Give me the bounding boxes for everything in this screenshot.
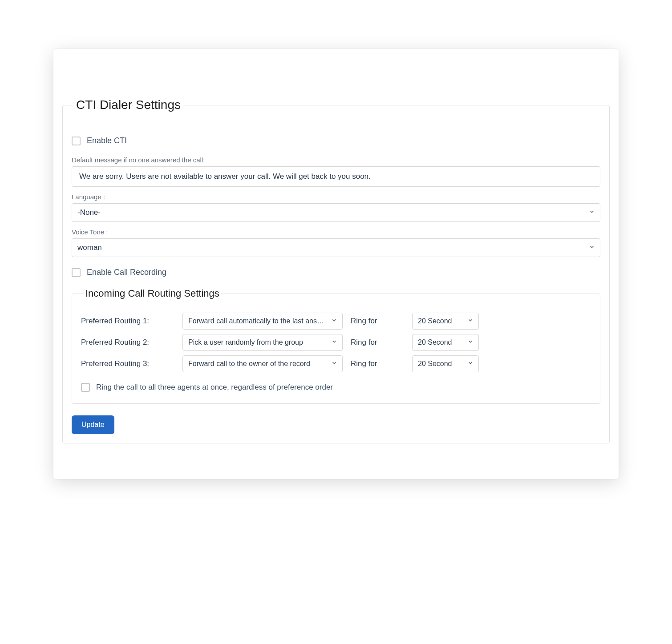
- language-label: Language :: [72, 193, 600, 201]
- ring-for-3-select[interactable]: 20 Second: [412, 355, 479, 372]
- routing-row-3: Preferred Routing 3: Forward call to the…: [81, 355, 591, 372]
- routing-3-select[interactable]: Forward call to the owner of the record: [182, 355, 343, 372]
- ring-for-3-label: Ring for: [351, 359, 404, 368]
- routing-2-select[interactable]: Pick a user randomly from the group: [182, 334, 343, 351]
- routing-2-select-wrap: Pick a user randomly from the group: [182, 334, 343, 351]
- voice-tone-label: Voice Tone :: [72, 228, 600, 236]
- ring-for-3-select-wrap: 20 Second: [412, 355, 479, 372]
- routing-1-select-wrap: Forward call automatically to the last a…: [182, 313, 343, 330]
- ring-all-checkbox[interactable]: [81, 383, 90, 392]
- ring-for-2-select-wrap: 20 Second: [412, 334, 479, 351]
- default-message-input[interactable]: [72, 166, 600, 187]
- cti-dialer-legend: CTI Dialer Settings: [73, 98, 183, 112]
- ring-for-1-label: Ring for: [351, 317, 404, 326]
- default-message-label: Default message if no one answered the c…: [72, 156, 600, 164]
- routing-fieldset: Incoming Call Routing Settings Preferred…: [72, 288, 600, 404]
- enable-recording-label: Enable Call Recording: [87, 268, 166, 277]
- routing-2-label: Preferred Routing 2:: [81, 338, 174, 347]
- cti-dialer-fieldset: CTI Dialer Settings Enable CTI Default m…: [62, 98, 610, 443]
- enable-cti-row: Enable CTI: [72, 136, 600, 145]
- ring-for-1-select[interactable]: 20 Second: [412, 313, 479, 330]
- routing-row-2: Preferred Routing 2: Pick a user randoml…: [81, 334, 591, 351]
- language-select[interactable]: -None-: [72, 203, 600, 222]
- enable-cti-label: Enable CTI: [87, 136, 127, 145]
- routing-legend: Incoming Call Routing Settings: [84, 288, 221, 299]
- ring-for-2-label: Ring for: [351, 338, 404, 347]
- voice-tone-select-wrap: woman: [72, 238, 600, 257]
- ring-for-1-select-wrap: 20 Second: [412, 313, 479, 330]
- enable-recording-checkbox[interactable]: [72, 268, 81, 277]
- routing-1-label: Preferred Routing 1:: [81, 317, 174, 326]
- update-button[interactable]: Update: [72, 415, 114, 434]
- routing-row-1: Preferred Routing 1: Forward call automa…: [81, 313, 591, 330]
- ring-for-2-select[interactable]: 20 Second: [412, 334, 479, 351]
- ring-all-label: Ring the call to all three agents at onc…: [96, 383, 333, 392]
- routing-3-label: Preferred Routing 3:: [81, 359, 174, 368]
- routing-1-select[interactable]: Forward call automatically to the last a…: [182, 313, 343, 330]
- language-select-wrap: -None-: [72, 203, 600, 222]
- voice-tone-select[interactable]: woman: [72, 238, 600, 257]
- ring-all-row: Ring the call to all three agents at onc…: [81, 383, 591, 392]
- settings-card: CTI Dialer Settings Enable CTI Default m…: [53, 49, 619, 479]
- enable-cti-checkbox[interactable]: [72, 137, 81, 145]
- enable-recording-row: Enable Call Recording: [72, 268, 600, 277]
- routing-3-select-wrap: Forward call to the owner of the record: [182, 355, 343, 372]
